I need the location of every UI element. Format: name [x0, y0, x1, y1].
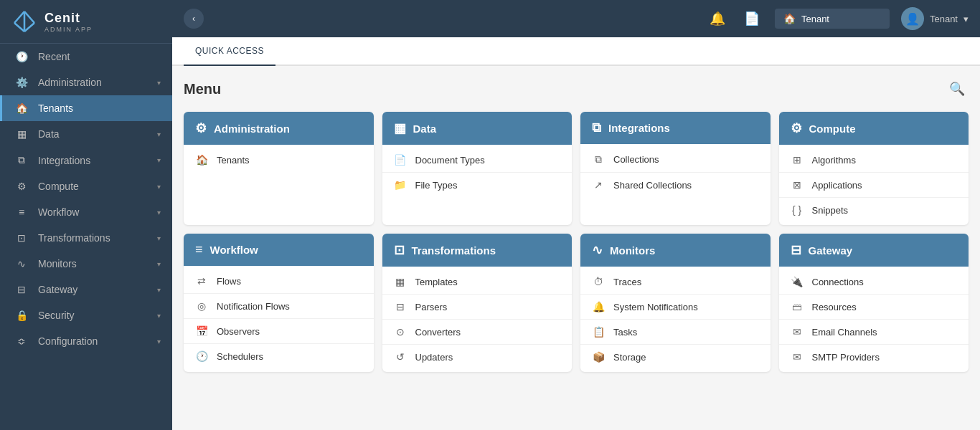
card-header-icon-data: ▦: [394, 120, 406, 136]
app-subtitle: ADMIN APP: [44, 26, 93, 33]
main-area: ‹ 🔔 📄 🏠 Tenant 👤 Tenant ▾ QUICK ACCESS M…: [172, 0, 980, 430]
card-item-monitors-1[interactable]: 🔔 System Notifications: [580, 295, 771, 320]
card-item-icon-monitors-0: ⏱: [592, 276, 605, 287]
card-item-icon-workflow-2: 📅: [195, 325, 208, 337]
sidebar-item-security[interactable]: 🔒 Security ▾: [0, 302, 172, 328]
sidebar-item-transformations[interactable]: ⊡ Transformations ▾: [0, 225, 172, 251]
card-item-label-integrations-1: Shared Collections: [613, 180, 692, 191]
card-item-icon-gateway-3: ✉: [791, 351, 804, 363]
sidebar-label-recent: Recent: [38, 51, 161, 62]
card-item-gateway-1[interactable]: 🗃 Resources: [779, 295, 969, 320]
card-item-data-0[interactable]: 📄 Document Types: [382, 148, 573, 173]
card-item-transformations-1[interactable]: ⊟ Parsers: [382, 295, 573, 320]
chevron-transformations-icon: ▾: [157, 234, 161, 242]
user-avatar: 👤: [901, 7, 924, 30]
sidebar-item-tenants[interactable]: 🏠 Tenants: [0, 95, 172, 121]
sidebar-icon-compute: ⚙: [14, 181, 29, 192]
card-item-integrations-0[interactable]: ⧉ Collections: [580, 147, 771, 173]
card-item-gateway-3[interactable]: ✉ SMTP Providers: [779, 345, 969, 369]
card-header-label-gateway: Gateway: [809, 244, 853, 257]
logo-icon: [11, 9, 37, 34]
sidebar-item-administration[interactable]: ⚙️ Administration ▾: [0, 70, 172, 95]
notification-icon[interactable]: 🔔: [706, 7, 729, 30]
sidebar-icon-data: ▦: [14, 128, 29, 140]
card-header-label-data: Data: [413, 123, 437, 135]
card-item-workflow-0[interactable]: ⇄ Flows: [184, 269, 374, 294]
card-body-workflow: ⇄ Flows ◎ Notification Flows 📅 Observers…: [184, 266, 374, 371]
card-item-icon-monitors-1: 🔔: [592, 301, 605, 312]
card-item-icon-workflow-3: 🕐: [195, 350, 208, 362]
sidebar-item-data[interactable]: ▦ Data ▾: [0, 121, 172, 147]
sidebar-label-security: Security: [38, 310, 157, 321]
sidebar-item-workflow[interactable]: ≡ Workflow ▾: [0, 199, 172, 225]
home-icon: 🏠: [783, 13, 796, 24]
card-item-label-workflow-0: Flows: [217, 276, 241, 287]
card-item-transformations-0[interactable]: ▦ Templates: [382, 269, 573, 295]
sidebar-icon-configuration: ≎: [14, 335, 29, 347]
card-transformations: ⊡ Transformations ▦ Templates ⊟ Parsers …: [382, 234, 573, 372]
sidebar-item-recent[interactable]: 🕐 Recent: [0, 44, 172, 70]
user-menu[interactable]: 👤 Tenant ▾: [901, 7, 969, 30]
sidebar-item-compute[interactable]: ⚙ Compute ▾: [0, 173, 172, 199]
document-icon[interactable]: 📄: [740, 7, 763, 30]
card-item-icon-gateway-1: 🗃: [791, 301, 804, 312]
header: ‹ 🔔 📄 🏠 Tenant 👤 Tenant ▾: [172, 0, 980, 37]
card-header-icon-transformations: ⊡: [394, 242, 405, 258]
card-header-label-administration: Administration: [214, 123, 290, 135]
sidebar-item-configuration[interactable]: ≎ Configuration ▾: [0, 328, 172, 354]
card-header-workflow[interactable]: ≡ Workflow: [184, 234, 374, 266]
sidebar-label-configuration: Configuration: [38, 335, 157, 347]
tab-bar: QUICK ACCESS: [172, 37, 980, 66]
card-item-integrations-1[interactable]: ↗ Shared Collections: [580, 173, 771, 197]
card-header-label-monitors: Monitors: [610, 244, 655, 257]
card-header-gateway[interactable]: ⊟ Gateway: [779, 234, 969, 267]
sidebar-label-tenants: Tenants: [38, 102, 161, 114]
card-item-monitors-0[interactable]: ⏱ Traces: [580, 269, 771, 295]
tab-quick-access[interactable]: QUICK ACCESS: [184, 37, 275, 66]
card-header-transformations[interactable]: ⊡ Transformations: [382, 234, 573, 267]
collapse-button[interactable]: ‹: [184, 9, 204, 29]
card-item-label-transformations-0: Templates: [415, 277, 458, 287]
card-item-data-1[interactable]: 📁 File Types: [382, 173, 573, 197]
card-item-monitors-2[interactable]: 📋 Tasks: [580, 320, 771, 345]
card-item-label-monitors-0: Traces: [613, 277, 641, 287]
card-item-label-compute-1: Applications: [812, 180, 862, 191]
card-header-icon-administration: ⚙: [195, 120, 207, 136]
card-item-gateway-0[interactable]: 🔌 Connections: [779, 269, 969, 295]
card-header-compute[interactable]: ⚙ Compute: [779, 112, 969, 145]
card-item-transformations-3[interactable]: ↺ Updaters: [382, 345, 573, 369]
card-header-integrations[interactable]: ⧉ Integrations: [580, 112, 771, 144]
card-item-label-monitors-3: Storage: [613, 352, 646, 363]
card-item-icon-monitors-2: 📋: [592, 326, 605, 338]
sidebar-item-gateway[interactable]: ⊟ Gateway ▾: [0, 277, 172, 302]
card-item-gateway-2[interactable]: ✉ Email Channels: [779, 320, 969, 345]
card-monitors: ∿ Monitors ⏱ Traces 🔔 System Notificatio…: [580, 234, 771, 372]
card-item-compute-2[interactable]: { } Snippets: [779, 198, 969, 222]
sidebar-icon-monitors: ∿: [14, 258, 29, 269]
card-item-monitors-3[interactable]: 📦 Storage: [580, 345, 771, 369]
card-item-workflow-2[interactable]: 📅 Observers: [184, 319, 374, 344]
card-item-workflow-3[interactable]: 🕐 Schedulers: [184, 344, 374, 368]
card-item-icon-integrations-0: ⧉: [592, 153, 605, 166]
card-header-administration[interactable]: ⚙ Administration: [184, 112, 374, 145]
card-item-transformations-2[interactable]: ⊙ Converters: [382, 320, 573, 345]
sidebar-item-monitors[interactable]: ∿ Monitors ▾: [0, 251, 172, 277]
content-header: Menu 🔍: [184, 77, 969, 100]
sidebar-icon-integrations: ⧉: [14, 154, 29, 166]
card-header-monitors[interactable]: ∿ Monitors: [580, 234, 771, 267]
card-item-administration-0[interactable]: 🏠 Tenants: [184, 148, 374, 172]
card-item-workflow-1[interactable]: ◎ Notification Flows: [184, 294, 374, 319]
card-body-gateway: 🔌 Connections 🗃 Resources ✉ Email Channe…: [779, 267, 969, 372]
card-header-icon-gateway: ⊟: [791, 242, 801, 258]
card-item-compute-1[interactable]: ⊠ Applications: [779, 173, 969, 198]
card-header-data[interactable]: ▦ Data: [382, 112, 573, 145]
card-item-icon-monitors-3: 📦: [592, 351, 605, 363]
svg-line-2: [14, 23, 24, 32]
sidebar-item-integrations[interactable]: ⧉ Integrations ▾: [0, 147, 172, 173]
svg-line-1: [24, 11, 34, 23]
tenant-selector[interactable]: 🏠 Tenant: [775, 9, 890, 29]
card-header-icon-monitors: ∿: [592, 242, 603, 258]
search-button[interactable]: 🔍: [946, 77, 969, 100]
card-item-label-transformations-3: Updaters: [415, 352, 453, 363]
card-item-compute-0[interactable]: ⊞ Algorithms: [779, 148, 969, 173]
